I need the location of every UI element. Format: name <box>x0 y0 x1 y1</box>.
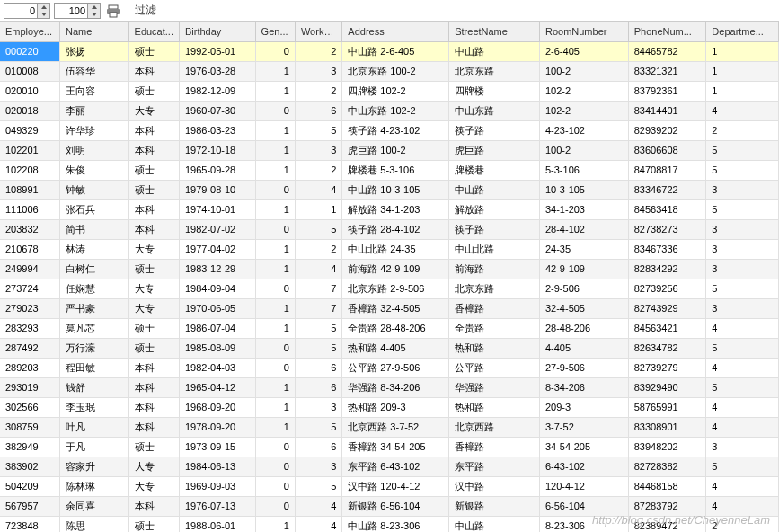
cell-phone: 83308901 <box>628 417 706 437</box>
column-header-bday[interactable]: Birthday <box>179 22 255 41</box>
size-spinner[interactable] <box>54 3 101 19</box>
cell-bday: 1969-09-03 <box>179 476 255 496</box>
cell-addr: 新银路 6-56-104 <box>342 496 449 516</box>
table-row[interactable]: 210678林涛大专1977-04-0212中山北路 24-35中山北路24-3… <box>0 239 779 259</box>
table-row[interactable]: 102201刘明本科1972-10-1813虎巨路 100-2虎巨路100-28… <box>0 140 779 160</box>
column-header-phone[interactable]: PhoneNum... <box>628 22 706 41</box>
cell-bday: 1965-04-12 <box>179 377 255 397</box>
cell-room: 6-43-102 <box>539 457 628 476</box>
column-header-room[interactable]: RoomNumber <box>539 22 628 41</box>
cell-addr: 虎巨路 100-2 <box>342 140 449 160</box>
column-header-name[interactable]: Name <box>59 22 128 41</box>
cell-emp: 102201 <box>0 140 59 160</box>
cell-street: 中山北路 <box>449 239 540 259</box>
table-row[interactable]: 383902容家升大专1984-06-1303东平路 6-43-102东平路6-… <box>0 457 779 476</box>
column-header-dept[interactable]: Departme... <box>706 22 779 41</box>
cell-street: 华强路 <box>449 377 540 397</box>
cell-edu: 大专 <box>128 476 179 496</box>
cell-bday: 1985-08-09 <box>179 338 255 358</box>
cell-emp: 308759 <box>0 417 59 437</box>
cell-name: 李丽 <box>59 101 128 120</box>
cell-addr: 筷子路 28-4-102 <box>342 219 449 239</box>
cell-emp: 010008 <box>0 61 59 81</box>
table-row[interactable]: 293019钱舒本科1965-04-1216华强路 8-34-206华强路8-3… <box>0 377 779 397</box>
table-row[interactable]: 000220张扬硕士1992-05-0102中山路 2-6-405中山路2-6-… <box>0 41 779 61</box>
table-row[interactable]: 020010王向容硕士1982-12-0912四牌楼 102-2四牌楼102-2… <box>0 81 779 101</box>
table-row[interactable]: 020018李丽大专1960-07-3006中山东路 102-2中山东路102-… <box>0 101 779 120</box>
cell-bday: 1982-07-02 <box>179 219 255 239</box>
cell-edu: 大专 <box>128 279 179 298</box>
page-input[interactable] <box>4 5 37 16</box>
cell-room: 2-9-506 <box>539 279 628 298</box>
cell-addr: 热和路 4-405 <box>342 338 449 358</box>
column-header-wy[interactable]: WorkY... <box>295 22 341 41</box>
page-down-icon[interactable] <box>37 11 49 18</box>
filter-label[interactable]: 过滤 <box>135 3 156 18</box>
cell-wy: 6 <box>295 437 341 457</box>
cell-edu: 本科 <box>128 200 179 219</box>
column-header-edu[interactable]: Educat... <box>128 22 179 41</box>
cell-room: 10-3-105 <box>539 180 628 200</box>
cell-room: 8-23-306 <box>539 516 628 532</box>
table-row[interactable]: 382949于凡硕士1973-09-1506香樟路 34-54-205香樟路34… <box>0 437 779 457</box>
cell-bday: 1992-05-01 <box>179 41 255 61</box>
cell-wy: 1 <box>295 200 341 219</box>
table-row[interactable]: 302566李玉珉本科1968-09-2013热和路 209-3热和路209-3… <box>0 397 779 417</box>
table-row[interactable]: 287492万行濠硕士1985-08-0905热和路 4-405热和路4-405… <box>0 338 779 358</box>
cell-phone: 84468158 <box>628 476 706 496</box>
table-row[interactable]: 108991钟敏硕士1979-08-1004中山路 10-3-105中山路10-… <box>0 180 779 200</box>
cell-bday: 1986-07-04 <box>179 318 255 338</box>
cell-dept: 5 <box>706 279 779 298</box>
table-row[interactable]: 308759叶凡本科1978-09-2015北京西路 3-7-52北京西路3-7… <box>0 417 779 437</box>
column-header-addr[interactable]: Address <box>342 22 449 41</box>
cell-wy: 5 <box>295 417 341 437</box>
print-icon[interactable] <box>106 4 120 18</box>
cell-addr: 前海路 42-9-109 <box>342 259 449 279</box>
cell-name: 叶凡 <box>59 417 128 437</box>
table-row[interactable]: 723848陈思硕士1988-06-0114中山路 8-23-306中山路8-2… <box>0 516 779 532</box>
cell-name: 严书豪 <box>59 298 128 318</box>
cell-phone: 87283792 <box>628 496 706 516</box>
table-row[interactable]: 289203程田敏本科1982-04-0306公平路 27-9-506公平路27… <box>0 358 779 377</box>
table-row[interactable]: 010008伍容华本科1976-03-2813北京东路 100-2北京东路100… <box>0 61 779 81</box>
cell-edu: 大专 <box>128 101 179 120</box>
cell-addr: 解放路 34-1-203 <box>342 200 449 219</box>
cell-bday: 1983-12-29 <box>179 259 255 279</box>
cell-addr: 公平路 27-9-506 <box>342 358 449 377</box>
page-up-icon[interactable] <box>37 4 49 11</box>
cell-gen: 1 <box>255 259 295 279</box>
size-down-icon[interactable] <box>87 11 100 18</box>
cell-edu: 本科 <box>128 140 179 160</box>
cell-wy: 3 <box>295 397 341 417</box>
column-header-gen[interactable]: Gen... <box>255 22 295 41</box>
table-row[interactable]: 273724任娴慧大专1984-09-0407北京东路 2-9-506北京东路2… <box>0 279 779 298</box>
cell-addr: 汉中路 120-4-12 <box>342 476 449 496</box>
column-header-street[interactable]: StreetName <box>449 22 540 41</box>
cell-street: 中山路 <box>449 180 540 200</box>
size-input[interactable] <box>55 5 87 16</box>
cell-gen: 1 <box>255 417 295 437</box>
table-row[interactable]: 283293莫凡芯硕士1986-07-0415全贵路 28-48-206全贵路2… <box>0 318 779 338</box>
page-spinner[interactable] <box>4 3 50 19</box>
table-row[interactable]: 567957余同喜本科1976-07-1304新银路 6-56-104新银路6-… <box>0 496 779 516</box>
cell-room: 102-2 <box>539 81 628 101</box>
cell-name: 任娴慧 <box>59 279 128 298</box>
size-up-icon[interactable] <box>87 4 100 11</box>
table-row[interactable]: 102208朱俊硕士1965-09-2812牌楼巷 5-3-106牌楼巷5-3-… <box>0 160 779 180</box>
cell-wy: 6 <box>295 377 341 397</box>
table-row[interactable]: 504209陈林琳大专1969-09-0305汉中路 120-4-12汉中路12… <box>0 476 779 496</box>
cell-edu: 本科 <box>128 358 179 377</box>
cell-room: 42-9-109 <box>539 259 628 279</box>
cell-name: 于凡 <box>59 437 128 457</box>
column-header-emp[interactable]: Employe... <box>0 22 59 41</box>
table-row[interactable]: 249994白树仁硕士1983-12-2914前海路 42-9-109前海路42… <box>0 259 779 279</box>
table-row[interactable]: 111006张石兵本科1974-10-0111解放路 34-1-203解放路34… <box>0 200 779 219</box>
cell-street: 北京西路 <box>449 417 540 437</box>
cell-gen: 0 <box>255 457 295 476</box>
cell-edu: 硕士 <box>128 81 179 101</box>
cell-street: 香樟路 <box>449 298 540 318</box>
table-row[interactable]: 203832简书本科1982-07-0205筷子路 28-4-102筷子路28-… <box>0 219 779 239</box>
cell-wy: 4 <box>295 516 341 532</box>
table-row[interactable]: 279023严书豪大专1970-06-0517香樟路 32-4-505香樟路32… <box>0 298 779 318</box>
table-row[interactable]: 049329许华珍本科1986-03-2315筷子路 4-23-102筷子路4-… <box>0 120 779 140</box>
